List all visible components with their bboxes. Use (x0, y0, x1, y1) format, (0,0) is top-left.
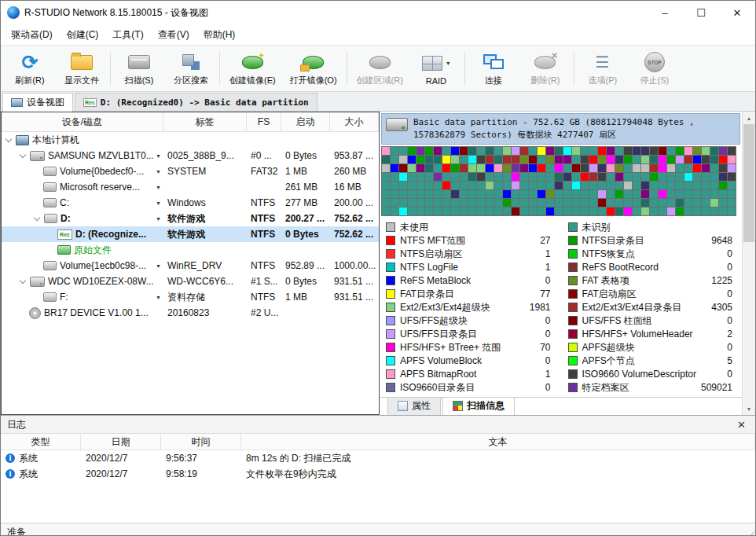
row-dropdown-icon[interactable]: ▼ (156, 169, 163, 174)
right-tab-label: 属性 (412, 399, 431, 413)
legend-color-swatch (568, 383, 578, 392)
row-dropdown-icon[interactable]: ▼ (156, 153, 163, 159)
scroll-up-arrow[interactable]: ▲ (743, 112, 755, 124)
tree-row-2[interactable]: Volume{0bedecf0-...▼SYSTEMFAT321 MB260 M… (2, 163, 379, 179)
scroll-thumb[interactable] (743, 124, 754, 242)
scan-block (719, 207, 727, 215)
tree-row-7[interactable]: 原始文件 (2, 242, 379, 258)
tree-row-0[interactable]: 本地计算机 (2, 132, 379, 148)
legend-item: Ext2/Ext3/Ext4目录条目4305 (568, 301, 738, 314)
log-row-1[interactable]: i系统2020/12/79:58:19文件枚举在9秒内完成 (1, 466, 755, 482)
expander-chevron-icon[interactable] (6, 136, 12, 142)
tree-row-5[interactable]: D:▼软件游戏NTFS200.27 ...752.62 ... (2, 211, 379, 226)
legend-label: UFS/FFS超级块 (400, 314, 468, 328)
log-column-header-3[interactable]: 文本 (241, 434, 755, 450)
tree-column-header-0[interactable]: 设备/磁盘 (2, 112, 163, 131)
scan-block (607, 173, 615, 181)
scan-block (615, 182, 623, 189)
toolbar-button-stop[interactable]: STOP停止(S) (629, 46, 681, 91)
view-tab-1[interactable]: RecD: (Recognized0) -> Basic data partit… (75, 93, 317, 111)
scan-block (693, 207, 701, 215)
toolbar-button-open-image[interactable]: 打开镜像(O) (283, 46, 344, 91)
scan-block (589, 182, 597, 189)
tree-column-header-4[interactable]: 大小 (330, 112, 379, 131)
tree-row-11[interactable]: BR17 DEVICE V1.00 1...20160823#2 U... (2, 305, 379, 321)
legend-color-swatch (568, 303, 578, 312)
toolbar-button-delete[interactable]: 删除(R) (519, 46, 571, 91)
expander-chevron-icon[interactable] (20, 152, 26, 158)
tree-row-3[interactable]: Microsoft reserve...▼261 MB16 MB (2, 179, 379, 195)
close-button[interactable]: ✕ (719, 1, 755, 24)
legend-label: APFS BitmapRoot (400, 369, 476, 380)
toolbar-button-show-files[interactable]: 显示文件 (56, 46, 108, 91)
tree-row-8[interactable]: Volume{1ecb0c98-...▼WinRE_DRVNTFS952.89 … (2, 258, 379, 274)
tree-column-header-3[interactable]: 启动 (281, 112, 330, 131)
toolbar-button-refresh[interactable]: ⟳刷新(R) (4, 46, 56, 91)
tree-row-4[interactable]: C:▼WindowsNTFS277 MB200.00 ... (2, 195, 379, 211)
partition-info-header: Basic data partition - 752.62 GB (808121… (381, 113, 740, 145)
legend-color-swatch (386, 249, 395, 259)
scan-block (512, 156, 519, 163)
tree-row-6[interactable]: RecD: (Recognize...软件游戏NTFS0 Bytes752.62… (2, 226, 379, 242)
tree-column-header-2[interactable]: FS (247, 112, 281, 131)
row-dropdown-icon[interactable]: ▼ (156, 263, 163, 269)
minimize-button[interactable]: – (647, 1, 683, 24)
right-tab-properties[interactable]: 属性 (387, 398, 441, 415)
legend-label: ReFS MetaBlock (400, 275, 471, 286)
menu-item-3[interactable]: 查看(V) (151, 25, 196, 45)
expander-chevron-icon[interactable] (20, 277, 26, 284)
scan-block (719, 199, 727, 207)
scan-block (512, 207, 519, 215)
toolbar-button-create-image[interactable]: 创建镜像(E) (222, 46, 283, 91)
resize-grip[interactable] (746, 531, 754, 536)
menu-item-1[interactable]: 创建(C) (60, 25, 106, 45)
tree-row-start: 200.27 ... (281, 213, 330, 224)
vertical-scrollbar[interactable]: ▲ ▼ (742, 112, 755, 415)
expander-chevron-icon[interactable] (34, 215, 40, 221)
log-row-0[interactable]: i系统2020/12/79:56:378m 12s 的 D: 扫描已完成 (1, 450, 755, 466)
scroll-down-arrow[interactable]: ▼ (743, 402, 755, 415)
log-column-header-2[interactable]: 时间 (161, 434, 241, 450)
scroll-track[interactable] (743, 124, 755, 402)
connect-icon (483, 54, 504, 70)
log-column-header-1[interactable]: 日期 (81, 434, 161, 450)
create-region-iconwrap (369, 51, 391, 73)
log-column-header-0[interactable]: 类型 (1, 434, 81, 450)
legend-color-swatch (386, 276, 395, 285)
log-close-icon[interactable]: ✕ (734, 419, 749, 431)
row-dropdown-icon[interactable]: ▼ (156, 216, 163, 222)
toolbar-button-connect[interactable]: 连接 (468, 46, 519, 91)
tree-row-fs: #2 U... (247, 307, 281, 318)
menu-item-4[interactable]: 帮助(H) (196, 25, 243, 45)
tree-row-10[interactable]: F:▼资料存储NTFS1 MB931.51 ... (2, 289, 379, 305)
toolbar-button-create-region[interactable]: 创建区域(R) (350, 46, 410, 91)
row-dropdown-icon[interactable]: ▼ (156, 185, 163, 190)
scan-block (555, 173, 563, 181)
row-dropdown-icon[interactable]: ▼ (156, 200, 163, 206)
scan-block (520, 156, 528, 163)
toolbar-button-raid[interactable]: ▾RAID (410, 46, 462, 91)
scan-block (659, 207, 666, 215)
toolbar-button-options[interactable]: ☰选项(P) (577, 46, 629, 91)
view-tab-0[interactable]: 设备视图 (2, 93, 73, 111)
tree-column-header-1[interactable]: 标签 (163, 112, 247, 131)
menu-item-0[interactable]: 驱动器(D) (4, 25, 60, 45)
tree-row-1[interactable]: SAMSUNG MZVLB1T0...▼0025_388B_9...#0 ...… (2, 148, 379, 163)
right-tab-scan-info[interactable]: 扫描信息 (442, 398, 515, 415)
legend-count: 0 (727, 369, 737, 380)
recognized-partition-icon: Rec (83, 98, 97, 107)
toolbar-button-scan[interactable]: 扫描(S) (113, 46, 165, 91)
menu-item-2[interactable]: 工具(T) (105, 25, 150, 45)
dropdown-caret-icon[interactable]: ▾ (446, 60, 450, 67)
tree-row-label: WinRE_DRV (163, 260, 247, 271)
legend-color-swatch (386, 262, 395, 272)
row-dropdown-icon[interactable]: ▼ (156, 295, 163, 300)
maximize-button[interactable]: ☐ (683, 1, 719, 24)
toolbar-button-partition-search[interactable]: 分区搜索 (165, 46, 217, 91)
scan-block (650, 173, 658, 181)
scan-blockmap[interactable] (381, 146, 736, 216)
scan-block (520, 190, 528, 198)
scan-block (486, 190, 494, 198)
tree-row-9[interactable]: WDC WD10EZEX-08W...WD-WCC6Y6...#1 S...0 … (2, 274, 379, 289)
legend-count: 77 (540, 288, 555, 299)
